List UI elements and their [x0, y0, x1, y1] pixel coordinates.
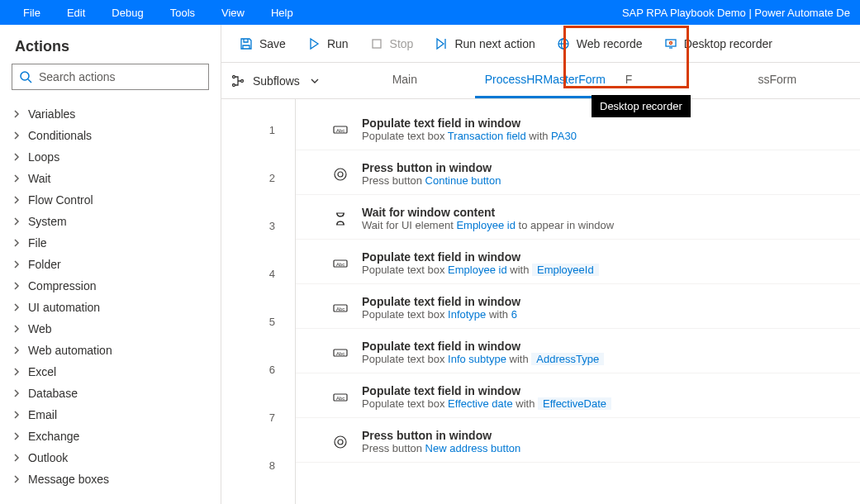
step-title: Populate text field in window — [362, 295, 843, 308]
menu-file[interactable]: File — [10, 0, 54, 25]
svg-point-16 — [338, 172, 343, 177]
toolbar: Save Run Stop Run next action Web record… — [221, 25, 860, 63]
category-flow-control[interactable]: Flow Control — [0, 189, 221, 211]
step-description: Populate text box Transaction field with… — [362, 130, 843, 142]
run-button[interactable]: Run — [297, 31, 359, 57]
chevron-right-icon — [12, 216, 21, 226]
line-number: 3 — [221, 202, 295, 250]
play-icon — [307, 37, 321, 50]
subflow-icon — [231, 74, 245, 88]
menu-view[interactable]: View — [208, 0, 258, 25]
svg-text:Abc: Abc — [336, 128, 344, 133]
category-wait[interactable]: Wait — [0, 168, 221, 189]
step-description: Populate text box Infotype with 6 — [362, 308, 843, 321]
flow-step[interactable]: AbcPopulate text field in windowPopulate… — [296, 243, 860, 284]
button-icon — [330, 164, 350, 184]
flow-step[interactable]: Press button in windowPress button Conti… — [296, 154, 860, 195]
chevron-right-icon — [12, 259, 21, 269]
search-actions-input[interactable] — [32, 69, 202, 84]
flow-step[interactable]: AbcPopulate text field in windowPopulate… — [296, 109, 860, 150]
tab-main[interactable]: Main — [335, 63, 475, 98]
category-conditionals[interactable]: Conditionals — [0, 125, 221, 146]
category-database[interactable]: Database — [0, 383, 221, 404]
chevron-right-icon — [12, 131, 21, 140]
svg-point-0 — [21, 72, 29, 80]
subflows-dropdown[interactable]: Subflows — [221, 63, 335, 98]
line-numbers: 12345678 — [221, 99, 296, 504]
line-number: 8 — [221, 441, 295, 489]
chevron-right-icon — [12, 174, 21, 183]
category-web-automation[interactable]: Web automation — [0, 340, 221, 361]
category-loops[interactable]: Loops — [0, 146, 221, 168]
main-area: Save Run Stop Run next action Web record… — [221, 25, 860, 504]
menu-help[interactable]: Help — [258, 0, 306, 25]
search-actions-box[interactable] — [12, 64, 209, 90]
step-title: Populate text field in window — [362, 384, 843, 397]
svg-rect-2 — [373, 40, 381, 48]
stop-button[interactable]: Stop — [360, 31, 424, 57]
menu-debug[interactable]: Debug — [98, 0, 156, 25]
line-number: 2 — [221, 154, 295, 202]
app-title: SAP RPA Playbook Demo | Power Automate D… — [622, 7, 850, 19]
category-web[interactable]: Web — [0, 318, 221, 340]
desktop-recorder-button[interactable]: Desktop recorder — [654, 31, 782, 57]
step-title: Populate text field in window — [362, 250, 843, 264]
tab-processhrmasterform[interactable]: ProcessHRMasterForm — [475, 63, 615, 98]
step-title: Wait for window content — [362, 206, 843, 219]
chevron-right-icon — [12, 152, 21, 162]
svg-point-25 — [335, 436, 346, 448]
step-description: Press button Continue button — [362, 174, 843, 187]
button-icon — [330, 432, 350, 452]
line-number: 6 — [221, 345, 295, 393]
menu-edit[interactable]: Edit — [54, 0, 98, 25]
step-description: Populate text box Effective date with Ef… — [362, 397, 843, 410]
category-folder[interactable]: Folder — [0, 254, 221, 275]
line-number: 4 — [221, 250, 295, 297]
steps-list: AbcPopulate text field in windowPopulate… — [296, 99, 860, 504]
step-title: Populate text field in window — [362, 116, 843, 130]
svg-point-9 — [669, 41, 672, 44]
category-email[interactable]: Email — [0, 404, 221, 426]
svg-point-12 — [241, 79, 244, 82]
category-outlook[interactable]: Outlook — [0, 447, 221, 468]
textfield-icon: Abc — [330, 254, 350, 273]
run-next-action-button[interactable]: Run next action — [425, 31, 544, 57]
textfield-icon: Abc — [330, 120, 350, 140]
chevron-right-icon — [12, 388, 21, 398]
chevron-down-icon — [308, 74, 321, 88]
flow-step[interactable]: Press button in windowPress button New a… — [296, 421, 860, 463]
line-number: 5 — [221, 297, 295, 345]
step-icon — [435, 37, 448, 50]
category-ui-automation[interactable]: UI automation — [0, 297, 221, 318]
svg-point-15 — [335, 169, 346, 180]
step-description: Populate text box Info subtype with Addr… — [362, 353, 843, 365]
actions-pane: Actions VariablesConditionalsLoopsWaitFl… — [0, 25, 221, 504]
svg-point-11 — [233, 83, 235, 86]
flow-step[interactable]: AbcPopulate text field in windowPopulate… — [296, 332, 860, 373]
flow-step[interactable]: Wait for window contentWait for UI eleme… — [296, 198, 860, 240]
category-exchange[interactable]: Exchange — [0, 426, 221, 447]
category-compression[interactable]: Compression — [0, 275, 221, 297]
stop-icon — [370, 37, 383, 50]
category-excel[interactable]: Excel — [0, 361, 221, 383]
tab-f[interactable]: F — [615, 63, 643, 98]
save-button[interactable]: Save — [230, 31, 296, 57]
chevron-right-icon — [12, 302, 21, 312]
chevron-right-icon — [12, 238, 21, 248]
textfield-icon: Abc — [330, 343, 350, 363]
category-variables[interactable]: Variables — [0, 103, 221, 125]
search-icon — [19, 70, 32, 83]
menu-tools[interactable]: Tools — [157, 0, 208, 25]
textfield-icon: Abc — [330, 298, 350, 318]
step-description: Wait for UI element Employee id to appea… — [362, 219, 843, 231]
category-file[interactable]: File — [0, 232, 221, 254]
monitor-icon — [664, 37, 677, 50]
flow-step[interactable]: AbcPopulate text field in windowPopulate… — [296, 288, 860, 329]
chevron-right-icon — [12, 367, 21, 377]
web-recorder-button[interactable]: Web recorde — [547, 31, 653, 57]
category-system[interactable]: System — [0, 211, 221, 232]
line-number: 1 — [221, 106, 295, 154]
flow-step[interactable]: AbcPopulate text field in windowPopulate… — [296, 377, 860, 418]
category-message-boxes[interactable]: Message boxes — [0, 468, 221, 490]
tab-suffix[interactable]: ssForm — [748, 63, 806, 98]
